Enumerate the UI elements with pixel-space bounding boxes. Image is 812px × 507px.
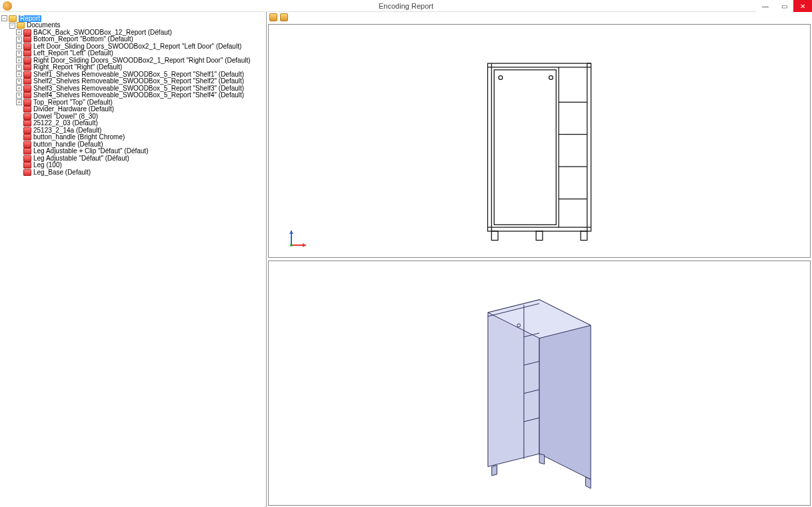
viewport-front[interactable] bbox=[268, 24, 811, 258]
toolbar-icon-2[interactable] bbox=[280, 13, 288, 21]
tree-item-label: Shelf3_Shelves Removeable_SWOODBox_5_Rep… bbox=[33, 85, 244, 92]
no-expand-spacer bbox=[16, 127, 22, 133]
tree-item[interactable]: +Top_Report "Top" (Default) bbox=[1, 99, 265, 106]
tree-item-label: Top_Report "Top" (Default) bbox=[33, 99, 113, 106]
toolbar-icon-1[interactable] bbox=[269, 13, 277, 21]
tree-documents-label: Documents bbox=[27, 22, 61, 29]
expand-icon[interactable]: + bbox=[16, 29, 22, 35]
tree-item[interactable]: 25123_2_14a (Default) bbox=[1, 127, 265, 134]
tree-item-label: Shelf2_Shelves Removeable_SWOODBox_5_Rep… bbox=[33, 78, 244, 85]
tree-item[interactable]: button_handle (Default) bbox=[1, 141, 265, 148]
tree-item[interactable]: Divider_Hardware (Default) bbox=[1, 106, 265, 113]
tree-item-label: Divider_Hardware (Default) bbox=[33, 106, 114, 113]
viewport-iso[interactable] bbox=[268, 260, 811, 506]
iso-view-drawing bbox=[269, 261, 810, 505]
axis-triad-icon bbox=[286, 228, 309, 251]
svg-point-12 bbox=[499, 76, 503, 80]
tree-item[interactable]: +Bottom_Report "Bottom" (Default) bbox=[1, 36, 265, 43]
no-expand-spacer bbox=[16, 155, 22, 161]
part-icon bbox=[23, 127, 31, 134]
model-tree[interactable]: − Report − Documents +BACK_Back_SWOODBox… bbox=[1, 15, 265, 176]
expand-icon[interactable]: + bbox=[16, 71, 22, 77]
main-area: − Report − Documents +BACK_Back_SWOODBox… bbox=[0, 12, 812, 507]
svg-marker-32 bbox=[492, 465, 497, 475]
tree-item-label: Left Door_Sliding Doors_SWOODBox2_1_Repo… bbox=[33, 43, 241, 50]
front-view-drawing bbox=[269, 25, 810, 257]
viewport-toolbar bbox=[267, 12, 812, 23]
tree-item[interactable]: Leg_Base (Default) bbox=[1, 169, 265, 176]
part-icon bbox=[23, 113, 31, 120]
no-expand-spacer bbox=[16, 149, 22, 155]
tree-documents[interactable]: − Documents bbox=[1, 22, 265, 29]
svg-rect-15 bbox=[536, 231, 543, 241]
window-controls bbox=[756, 0, 812, 12]
part-icon bbox=[23, 162, 31, 169]
tree-item[interactable]: Leg Adjustable + Clip "Défaut" (Défaut) bbox=[1, 148, 265, 155]
expand-icon[interactable]: + bbox=[16, 37, 22, 43]
collapse-icon[interactable]: − bbox=[9, 23, 15, 29]
tree-item[interactable]: Leg Adjustable "Défaut" (Défaut) bbox=[1, 155, 265, 162]
app-icon bbox=[3, 1, 12, 11]
tree-item-label: Dowel "Dowel" (8_30) bbox=[33, 113, 98, 120]
expand-icon[interactable]: + bbox=[16, 85, 22, 91]
part-icon bbox=[23, 71, 31, 78]
tree-item[interactable]: +Left Door_Sliding Doors_SWOODBox2_1_Rep… bbox=[1, 43, 265, 50]
tree-item[interactable]: Leg (100) bbox=[1, 162, 265, 169]
tree-item[interactable]: +BACK_Back_SWOODBox_12_Report (Défaut) bbox=[1, 29, 265, 36]
report-icon bbox=[9, 15, 17, 22]
svg-point-21 bbox=[290, 244, 293, 247]
tree-item-label: Shelf4_Shelves Removeable_SWOODBox_5_Rep… bbox=[33, 92, 244, 99]
expand-icon[interactable]: + bbox=[16, 93, 22, 99]
no-expand-spacer bbox=[16, 135, 22, 141]
tree-item-label: Leg Adjustable + Clip "Défaut" (Défaut) bbox=[33, 148, 148, 155]
maximize-button[interactable] bbox=[775, 0, 793, 12]
expand-icon[interactable]: + bbox=[16, 43, 22, 49]
svg-marker-20 bbox=[289, 231, 293, 234]
svg-rect-7 bbox=[494, 70, 556, 225]
title-bar: Encoding Report bbox=[0, 0, 812, 12]
tree-item-label: Bottom_Report "Bottom" (Default) bbox=[33, 36, 133, 43]
no-expand-spacer bbox=[16, 163, 22, 169]
part-icon bbox=[23, 99, 31, 106]
tree-item-label: Left_Report "Left" (Default) bbox=[33, 50, 113, 57]
tree-item[interactable]: Dowel "Dowel" (8_30) bbox=[1, 113, 265, 120]
minimize-button[interactable] bbox=[756, 0, 775, 12]
part-icon bbox=[23, 43, 31, 50]
expand-icon[interactable]: + bbox=[16, 65, 22, 71]
tree-item[interactable]: +Right Door_Sliding Doors_SWOODBox2_1_Re… bbox=[1, 57, 265, 64]
part-icon bbox=[23, 148, 31, 155]
expand-icon[interactable]: + bbox=[16, 51, 22, 57]
tree-item[interactable]: +Shelf3_Shelves Removeable_SWOODBox_5_Re… bbox=[1, 85, 265, 92]
tree-item[interactable]: +Shelf4_Shelves Removeable_SWOODBox_5_Re… bbox=[1, 92, 265, 99]
no-expand-spacer bbox=[16, 121, 22, 127]
tree-item[interactable]: 25122_2_03 (Default) bbox=[1, 120, 265, 127]
tree-item[interactable]: +Left_Report "Left" (Default) bbox=[1, 50, 265, 57]
close-button[interactable] bbox=[793, 0, 812, 12]
expand-icon[interactable]: + bbox=[16, 57, 22, 63]
no-expand-spacer bbox=[16, 113, 22, 119]
expand-icon[interactable]: + bbox=[16, 99, 22, 105]
expand-icon[interactable]: + bbox=[16, 79, 22, 85]
svg-marker-33 bbox=[539, 454, 545, 464]
part-icon bbox=[23, 85, 31, 92]
part-icon bbox=[23, 78, 31, 85]
tree-item-label: button_handle (Bright Chrome) bbox=[33, 134, 125, 141]
tree-root[interactable]: − Report bbox=[1, 15, 265, 22]
collapse-icon[interactable]: − bbox=[1, 15, 7, 21]
tree-item[interactable]: +Right_Report "Right" (Default) bbox=[1, 64, 265, 71]
tree-item-label: Leg_Base (Default) bbox=[33, 169, 91, 176]
part-icon bbox=[23, 141, 31, 148]
window-title: Encoding Report bbox=[379, 2, 433, 10]
svg-rect-0 bbox=[487, 63, 591, 231]
part-icon bbox=[23, 106, 31, 113]
tree-panel[interactable]: − Report − Documents +BACK_Back_SWOODBox… bbox=[0, 12, 267, 507]
tree-item-label: Leg (100) bbox=[33, 162, 62, 169]
tree-item[interactable]: +Shelf1_Shelves Removeable_SWOODBox_5_Re… bbox=[1, 71, 265, 78]
part-icon bbox=[23, 50, 31, 57]
tree-item[interactable]: button_handle (Bright Chrome) bbox=[1, 134, 265, 141]
tree-item[interactable]: +Shelf2_Shelves Removeable_SWOODBox_5_Re… bbox=[1, 78, 265, 85]
part-icon bbox=[23, 57, 31, 64]
tree-item-label: Right_Report "Right" (Default) bbox=[33, 64, 122, 71]
no-expand-spacer bbox=[16, 169, 22, 175]
part-icon bbox=[23, 64, 31, 71]
